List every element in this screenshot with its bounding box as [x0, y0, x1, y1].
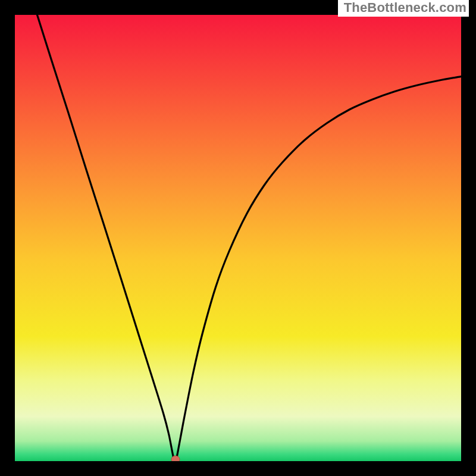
plot-svg [15, 15, 461, 461]
gradient-background [15, 15, 461, 461]
chart-canvas: TheBottleneck.com [0, 0, 476, 476]
watermark-text: TheBottleneck.com [338, 0, 469, 17]
minimum-marker [171, 456, 180, 461]
plot-area [15, 15, 461, 461]
plot-frame [15, 15, 461, 461]
